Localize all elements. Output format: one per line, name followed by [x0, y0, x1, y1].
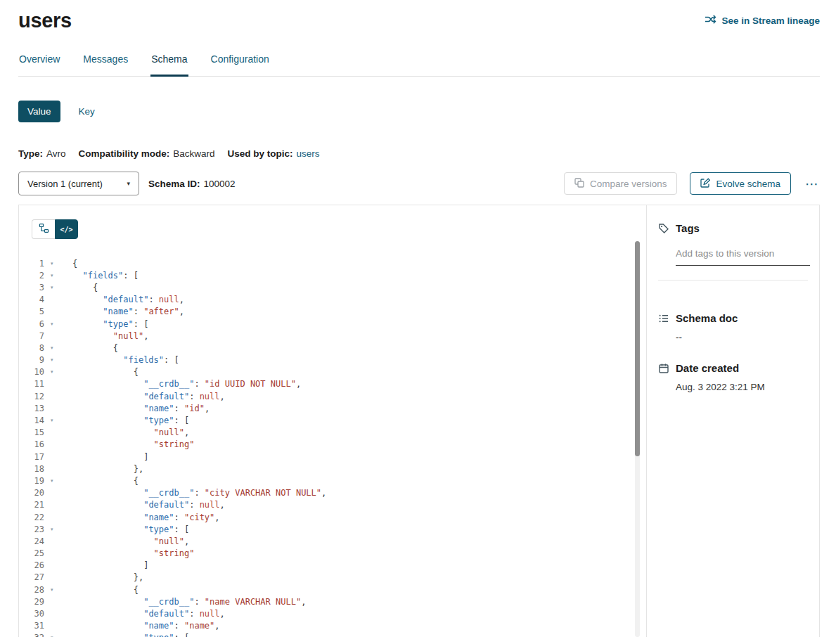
line-number: 13	[19, 404, 44, 413]
code-text: "__crdb__": "id UUID NOT NULL",	[72, 379, 301, 389]
evolve-schema-icon	[700, 178, 710, 190]
code-view-icon: </>	[60, 226, 72, 233]
line-number: 9	[19, 355, 44, 365]
line-number: 22	[19, 513, 44, 522]
line-number: 14	[19, 416, 44, 425]
fold-toggle-icon[interactable]: ▾	[44, 418, 58, 423]
fold-toggle-icon[interactable]: ▾	[44, 345, 58, 351]
code-text: "name": "after",	[72, 307, 184, 316]
code-text: "__crdb__": "city VARCHAR NOT NULL",	[72, 488, 326, 498]
code-line: 26 ]	[19, 560, 646, 572]
code-line: 25 "string"	[19, 548, 646, 560]
code-line: 3▾ {	[19, 281, 646, 293]
code-line: 16 "string"	[19, 439, 646, 451]
date-created-title: Date created	[676, 362, 739, 374]
fold-toggle-icon[interactable]: ▾	[44, 321, 58, 327]
compare-versions-icon	[574, 178, 584, 190]
schema-sidebar: Tags Schema doc	[646, 205, 819, 637]
compare-versions-button[interactable]: Compare versions	[564, 172, 678, 195]
code-text: "fields": [	[72, 271, 139, 281]
line-number: 2	[19, 271, 44, 281]
code-text: "string"	[72, 439, 194, 449]
code-text: "__crdb__": "name VARCHAR NULL",	[72, 597, 306, 607]
value-key-toggle: Value Key	[18, 101, 820, 122]
fold-toggle-icon[interactable]: ▾	[44, 285, 58, 290]
code-line: 20 "__crdb__": "city VARCHAR NOT NULL",	[19, 487, 646, 499]
stream-lineage-label: See in Stream lineage	[721, 15, 820, 26]
key-toggle-button[interactable]: Key	[79, 106, 95, 117]
line-number: 18	[19, 464, 44, 474]
code-line: 21 "default": null,	[19, 499, 646, 511]
code-line: 17 ]	[19, 451, 646, 463]
line-number: 6	[19, 319, 44, 329]
tab-messages[interactable]: Messages	[82, 53, 129, 76]
code-line: 23▾ "type": [	[19, 523, 646, 535]
fold-toggle-icon[interactable]: ▾	[44, 527, 58, 532]
schema-id-value: 100002	[204, 179, 236, 189]
scrollbar-track[interactable]	[635, 241, 640, 637]
code-text: },	[72, 572, 143, 582]
code-text: "default": null,	[72, 295, 184, 304]
line-number: 5	[19, 307, 44, 316]
meta-topic: Used by topic:users	[228, 148, 320, 159]
compare-versions-label: Compare versions	[590, 179, 667, 189]
code-text: "default": null,	[72, 609, 225, 619]
code-line: 4 "default": null,	[19, 294, 646, 306]
value-toggle-button[interactable]: Value	[18, 101, 60, 122]
line-number: 23	[19, 524, 44, 534]
fold-toggle-icon[interactable]: ▾	[44, 369, 58, 375]
line-number: 3	[19, 283, 44, 292]
code-line: 22 "name": "city",	[19, 511, 646, 523]
code-line: 32▾ "type": [	[19, 632, 646, 637]
topic-link[interactable]: users	[297, 148, 320, 159]
tab-overview[interactable]: Overview	[18, 53, 60, 76]
line-number: 4	[19, 295, 44, 304]
tab-bar: Overview Messages Schema Configuration	[18, 53, 820, 77]
fold-toggle-icon[interactable]: ▾	[44, 587, 58, 593]
code-text: {	[72, 476, 139, 486]
version-select[interactable]: Version 1 (current) ▾	[18, 172, 139, 195]
code-line: 7 "null",	[19, 330, 646, 342]
fold-toggle-icon[interactable]: ▾	[44, 635, 58, 637]
line-number: 15	[19, 427, 44, 437]
code-text: "type": [	[72, 319, 148, 329]
more-options-button[interactable]: ⋯	[804, 177, 820, 191]
fold-toggle-icon[interactable]: ▾	[44, 273, 58, 278]
line-number: 29	[19, 597, 44, 607]
meta-topic-label: Used by topic:	[228, 148, 293, 159]
evolve-schema-label: Evolve schema	[716, 179, 780, 189]
code-text: "type": [	[72, 524, 189, 534]
schema-doc-value: --	[676, 332, 808, 342]
schema-panel: </> 1▾{2▾ "fields": [3▾ {4 "default": nu…	[18, 205, 820, 637]
line-number: 20	[19, 488, 44, 498]
code-editor: 1▾{2▾ "fields": [3▾ {4 "default": null,5…	[19, 257, 646, 637]
code-text: {	[72, 367, 139, 377]
scrollbar-thumb[interactable]	[635, 241, 640, 456]
line-number: 21	[19, 500, 44, 510]
tag-icon	[658, 223, 669, 234]
schema-doc-section: Schema doc --	[658, 312, 808, 342]
tab-configuration[interactable]: Configuration	[210, 53, 270, 76]
line-number: 12	[19, 392, 44, 401]
line-number: 31	[19, 621, 44, 631]
line-number: 16	[19, 439, 44, 449]
code-view-button[interactable]: </>	[55, 219, 78, 239]
code-line: 15 "null",	[19, 427, 646, 439]
date-created-section: Date created Aug. 3 2022 3:21 PM	[658, 362, 808, 392]
tab-schema[interactable]: Schema	[150, 53, 188, 76]
add-tag-input[interactable]	[676, 248, 810, 266]
page-title: users	[18, 9, 72, 32]
fold-toggle-icon[interactable]: ▾	[44, 261, 58, 266]
fold-toggle-icon[interactable]: ▾	[44, 357, 58, 363]
code-line: 28▾ {	[19, 584, 646, 595]
stream-lineage-link[interactable]: See in Stream lineage	[705, 14, 820, 27]
code-text: ]	[72, 452, 148, 462]
line-number: 26	[19, 560, 44, 570]
tree-view-button[interactable]	[32, 219, 55, 239]
code-text: "type": [	[72, 633, 189, 637]
code-text: "fields": [	[72, 355, 179, 365]
fold-toggle-icon[interactable]: ▾	[44, 478, 58, 484]
code-line: 19▾ {	[19, 475, 646, 487]
evolve-schema-button[interactable]: Evolve schema	[690, 172, 791, 195]
code-line: 13 "name": "id",	[19, 402, 646, 414]
